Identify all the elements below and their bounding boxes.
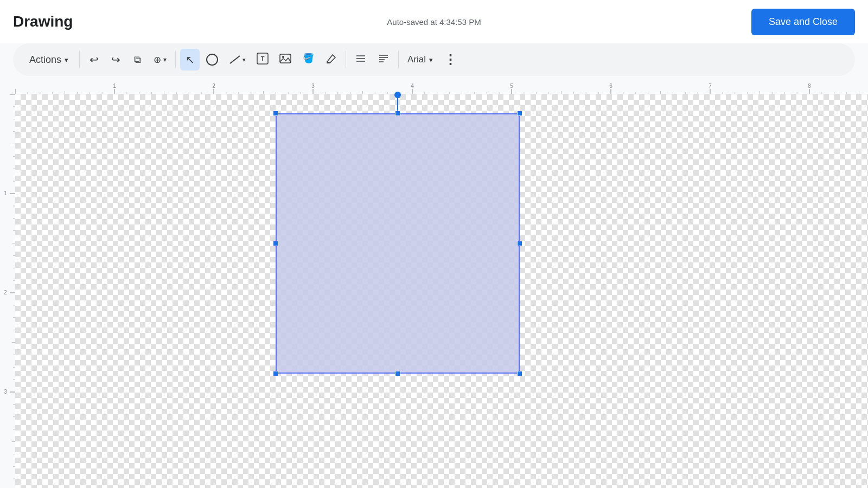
more-text-icon xyxy=(378,53,390,67)
selected-shape[interactable] xyxy=(276,113,520,374)
select-icon: ↖ xyxy=(186,53,195,66)
handle-top-left[interactable] xyxy=(273,111,278,116)
actions-dropdown-icon: ▾ xyxy=(65,56,68,64)
handle-middle-left[interactable] xyxy=(273,241,278,246)
fill-color-button[interactable]: 🪣 xyxy=(298,49,318,70)
handle-top-center[interactable] xyxy=(395,111,400,116)
line-button[interactable]: ▾ xyxy=(225,49,250,70)
actions-button[interactable]: Actions ▾ xyxy=(23,49,75,70)
font-selector[interactable]: Arial ▾ xyxy=(403,49,437,70)
copy-format-icon: ⧉ xyxy=(134,54,141,66)
wordart-button[interactable]: T xyxy=(252,49,273,70)
paragraph-icon xyxy=(355,53,367,67)
actions-label: Actions xyxy=(29,54,61,66)
save-close-button[interactable]: Save and Close xyxy=(751,9,855,35)
pen-icon xyxy=(325,53,337,67)
autosave-status: Auto-saved at 4:34:53 PM xyxy=(387,17,481,27)
handle-bottom-right[interactable] xyxy=(517,371,522,376)
image-button[interactable] xyxy=(275,49,296,70)
redo-icon: ↪ xyxy=(111,53,120,66)
header: Drawing Auto-saved at 4:34:53 PM Save an… xyxy=(0,0,868,43)
undo-button[interactable]: ↩ xyxy=(84,49,104,70)
canvas-wrapper xyxy=(0,82,868,488)
line-icon: ▾ xyxy=(229,54,246,66)
svg-text:T: T xyxy=(261,55,265,62)
shapes-button[interactable] xyxy=(202,49,222,70)
svg-text:🪣: 🪣 xyxy=(303,53,315,64)
toolbar: Actions ▾ ↩ ↪ ⧉ ⊕ ▾ ↖ ▾ T 🪣 xyxy=(13,43,855,76)
zoom-dropdown-icon: ▾ xyxy=(163,56,167,63)
zoom-button[interactable]: ⊕ ▾ xyxy=(149,49,171,70)
handle-middle-right[interactable] xyxy=(517,241,522,246)
handle-bottom-center[interactable] xyxy=(395,371,400,376)
ruler-top xyxy=(15,82,868,94)
app-title: Drawing xyxy=(13,13,73,30)
image-icon xyxy=(279,53,291,67)
zoom-icon: ⊕ xyxy=(154,54,161,66)
svg-point-4 xyxy=(282,56,284,58)
shapes-icon xyxy=(206,54,218,66)
font-label: Arial xyxy=(407,54,426,65)
pen-button[interactable] xyxy=(321,49,341,70)
paragraph-button[interactable] xyxy=(350,49,371,70)
svg-rect-7 xyxy=(327,62,330,63)
separator-1 xyxy=(79,51,80,68)
separator-4 xyxy=(398,51,399,68)
svg-rect-3 xyxy=(280,54,291,63)
more-options-icon: ⋮ xyxy=(444,52,457,67)
redo-button[interactable]: ↪ xyxy=(106,49,125,70)
handle-top-right[interactable] xyxy=(517,111,522,116)
separator-3 xyxy=(346,51,346,68)
more-options-button[interactable]: ⋮ xyxy=(439,49,462,70)
rectangle-shape[interactable] xyxy=(276,113,520,374)
rotation-handle[interactable] xyxy=(394,92,401,98)
svg-line-0 xyxy=(230,56,240,63)
handle-bottom-left[interactable] xyxy=(273,371,278,376)
font-dropdown-icon: ▾ xyxy=(429,56,433,64)
undo-icon: ↩ xyxy=(90,53,99,66)
select-button[interactable]: ↖ xyxy=(180,49,200,70)
fill-icon: 🪣 xyxy=(302,53,314,67)
drawing-canvas[interactable] xyxy=(15,94,868,488)
ruler-left xyxy=(0,94,15,488)
wordart-icon: T xyxy=(257,53,269,67)
more-text-button[interactable] xyxy=(373,49,394,70)
copy-format-button[interactable]: ⧉ xyxy=(127,49,147,70)
separator-2 xyxy=(175,51,176,68)
